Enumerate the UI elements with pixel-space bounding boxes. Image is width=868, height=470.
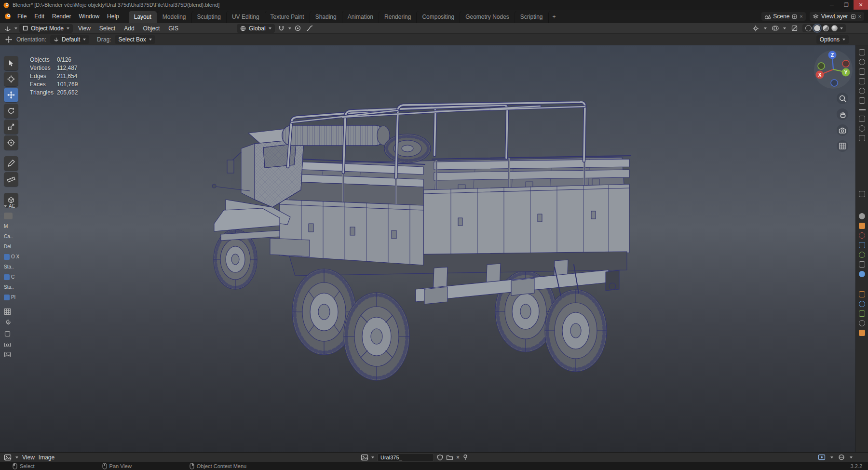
rail-icon[interactable]: [859, 191, 865, 197]
editor-type-button[interactable]: [3, 24, 13, 33]
model-ural375-truck[interactable]: [0, 45, 868, 452]
remove-view-layer-icon[interactable]: ×: [858, 13, 861, 19]
side-panel-item[interactable]: M: [4, 223, 25, 229]
image-menu-image[interactable]: Image: [39, 454, 54, 461]
wrench-small-icon[interactable]: [4, 319, 11, 326]
tab-uv-editing[interactable]: UV Editing: [226, 11, 265, 23]
viewport-menu-object[interactable]: Object: [140, 24, 163, 33]
camera-view-button[interactable]: [837, 124, 848, 136]
scale-tool[interactable]: [4, 120, 18, 134]
rail-icon[interactable]: [859, 59, 865, 65]
transform-orientation-dropdown[interactable]: Global: [237, 24, 275, 33]
scene-selector[interactable]: Scene ×: [761, 12, 805, 21]
tab-animation[interactable]: Animation: [342, 11, 379, 23]
viewport-menu-add[interactable]: Add: [121, 24, 137, 33]
rail-icon[interactable]: [859, 135, 865, 141]
axis-gizmo[interactable]: Z X Y: [813, 49, 854, 90]
orientation-default-dropdown[interactable]: Default: [50, 35, 89, 44]
tab-layout[interactable]: Layout: [129, 11, 157, 23]
zoom-button[interactable]: [837, 93, 848, 104]
unlink-scene-icon[interactable]: ×: [800, 13, 802, 19]
viewport-menu-gis[interactable]: GIS: [165, 24, 182, 33]
image-editor-type-icon[interactable]: [4, 454, 12, 461]
rail-icon[interactable]: [859, 232, 865, 239]
rail-icon[interactable]: [859, 68, 865, 75]
shading-material-button[interactable]: [823, 25, 829, 31]
new-scene-icon[interactable]: [792, 14, 797, 19]
image-menu-view[interactable]: View: [22, 454, 35, 461]
annotate-tool[interactable]: [4, 156, 18, 171]
view-layer-selector[interactable]: ViewLayer ×: [810, 12, 864, 21]
side-panel-item[interactable]: Pl: [4, 294, 25, 300]
rail-icon[interactable]: [859, 301, 865, 307]
shading-rendered-button[interactable]: [831, 25, 838, 31]
rail-icon[interactable]: [859, 310, 865, 317]
rail-icon[interactable]: [859, 49, 865, 55]
tab-shading[interactable]: Shading: [310, 11, 342, 23]
editor-type-chevron-icon[interactable]: [14, 27, 17, 29]
maximize-button[interactable]: ❐: [839, 0, 854, 10]
shading-solid-button[interactable]: [814, 25, 820, 31]
minimize-button[interactable]: ─: [825, 0, 839, 10]
side-panel-header[interactable]: AE: [4, 203, 25, 209]
show-gizmo-toggle[interactable]: [751, 24, 760, 33]
rotate-tool[interactable]: [4, 104, 18, 118]
pin-icon[interactable]: [462, 454, 468, 460]
cursor-tool[interactable]: [4, 72, 18, 86]
grid-small-icon[interactable]: [4, 308, 11, 315]
transform-tool[interactable]: [4, 135, 18, 150]
display-channels-icon[interactable]: [818, 454, 826, 460]
ortho-toggle-button[interactable]: [837, 140, 848, 152]
rail-icon[interactable]: [859, 97, 865, 104]
side-panel-item[interactable]: Sta..: [4, 264, 25, 270]
rail-icon[interactable]: [859, 78, 865, 84]
square-small-icon[interactable]: [4, 330, 11, 337]
tab-compositing[interactable]: Compositing: [416, 11, 460, 23]
blender-app-icon[interactable]: [4, 13, 12, 20]
options-dropdown[interactable]: Options: [816, 35, 849, 44]
menu-window[interactable]: Window: [75, 12, 103, 21]
open-folder-icon[interactable]: [446, 454, 453, 460]
snap-toggle[interactable]: [277, 24, 286, 33]
menu-edit[interactable]: Edit: [30, 12, 48, 21]
rail-icon[interactable]: [859, 213, 865, 219]
shading-wireframe-button[interactable]: [805, 25, 812, 31]
rail-icon[interactable]: [859, 271, 865, 277]
snap-chevron-icon[interactable]: [288, 27, 291, 29]
rail-icon[interactable]: [859, 291, 865, 297]
rail-icon[interactable]: [859, 242, 865, 248]
side-panel-item[interactable]: Ca..: [4, 233, 25, 240]
tab-texture-paint[interactable]: Texture Paint: [265, 11, 310, 23]
overlays-chevron-icon[interactable]: [783, 27, 786, 29]
tab-geometry-nodes[interactable]: Geometry Nodes: [460, 11, 515, 23]
menu-render[interactable]: Render: [48, 12, 75, 21]
overlays-toggle[interactable]: [770, 24, 780, 33]
side-panel-item[interactable]: C: [4, 274, 25, 280]
move-tool[interactable]: [4, 88, 18, 102]
tab-modeling[interactable]: Modeling: [157, 11, 191, 23]
rail-icon[interactable]: [859, 261, 865, 268]
browse-image-icon[interactable]: [361, 454, 368, 461]
view-transform-chevron-icon[interactable]: [850, 457, 853, 458]
measure-tool[interactable]: [4, 172, 18, 187]
rail-icon[interactable]: [859, 116, 865, 122]
rail-icon[interactable]: [859, 330, 865, 336]
rail-icon[interactable]: [859, 223, 865, 229]
close-button[interactable]: ✕: [854, 0, 868, 10]
proportional-edit-toggle[interactable]: [293, 24, 303, 33]
tab-rendering[interactable]: Rendering: [379, 11, 416, 23]
side-panel-swatch-button[interactable]: [4, 213, 13, 219]
tab-sculpting[interactable]: Sculpting: [191, 11, 226, 23]
viewport-3d[interactable]: Objects0/126 Vertices112,487 Edges211,65…: [0, 45, 868, 452]
pan-button[interactable]: [837, 108, 848, 120]
view-transform-icon[interactable]: [838, 454, 845, 460]
unlink-image-icon[interactable]: ×: [456, 454, 460, 461]
side-panel-item[interactable]: Sta..: [4, 284, 25, 290]
select-box-tool[interactable]: [4, 56, 18, 70]
menu-help[interactable]: Help: [103, 12, 123, 21]
fake-user-shield-icon[interactable]: [437, 454, 443, 461]
xray-toggle[interactable]: [789, 24, 799, 33]
rail-icon[interactable]: [859, 320, 865, 326]
side-panel-item[interactable]: Del: [4, 243, 25, 250]
rail-icon[interactable]: [859, 125, 865, 132]
